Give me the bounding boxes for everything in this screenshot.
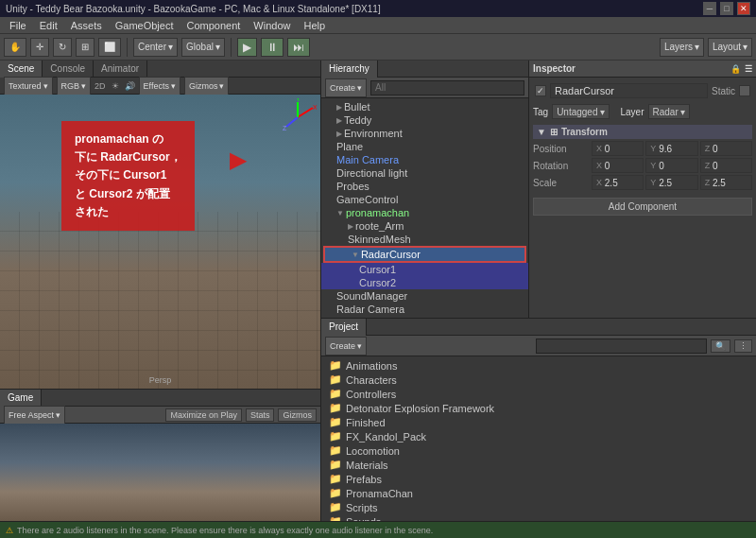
menu-edit[interactable]: Edit: [34, 19, 63, 32]
hierarchy-item-directional-light[interactable]: Directional light: [321, 166, 528, 180]
hierarchy-item-cursor2[interactable]: Cursor2: [321, 276, 528, 289]
tab-animator[interactable]: Animator: [94, 61, 147, 78]
hierarchy-item-radarcursor[interactable]: ▼ RadarCursor: [323, 246, 526, 263]
hierarchy-item-plane[interactable]: Plane: [321, 140, 528, 153]
minimize-button[interactable]: ─: [703, 2, 716, 15]
close-button[interactable]: ✕: [737, 2, 750, 15]
hierarchy-item-pronamachan[interactable]: ▼ pronamachan: [321, 206, 528, 219]
hierarchy-item-main-camera[interactable]: Main Camera: [321, 153, 528, 166]
hierarchy-item-cursor1[interactable]: Cursor1: [321, 263, 528, 276]
position-y-field[interactable]: Y 9.6: [645, 141, 697, 156]
project-options-button[interactable]: ⋮: [734, 339, 752, 353]
tab-game[interactable]: Game: [0, 390, 42, 407]
right-area: Hierarchy Create▾ ▶ Bullet ▶ Teddy: [321, 61, 756, 521]
rect-tool-button[interactable]: ⬜: [98, 38, 121, 57]
hierarchy-create-dropdown[interactable]: Create▾: [325, 78, 367, 97]
scene-background: pronamachan の下に RadarCursor，その下に Cursor1…: [0, 95, 320, 389]
step-button[interactable]: ⏭: [287, 38, 310, 57]
rotation-z-field[interactable]: Z 0: [700, 158, 752, 173]
transform-component-header[interactable]: ▼ ⊞ Transform: [533, 125, 752, 139]
gizmo-axes: X Y Z: [279, 98, 317, 136]
layout-dropdown[interactable]: Layout ▾: [708, 38, 752, 57]
project-search-input[interactable]: [536, 338, 707, 354]
menu-gameobject[interactable]: GameObject: [110, 19, 180, 32]
project-folder-materials[interactable]: 📁 Materials: [321, 458, 756, 472]
inspector-topbar: ✓ RadarCursor Static: [533, 81, 752, 100]
layer-dropdown[interactable]: Radar▾: [648, 104, 690, 119]
hierarchy-item-probes[interactable]: Probes: [321, 180, 528, 193]
rotation-x-field[interactable]: X 0: [592, 158, 644, 173]
scale-tool-button[interactable]: ⊞: [76, 38, 94, 57]
menu-component[interactable]: Component: [180, 19, 246, 32]
scene-view[interactable]: pronamachan の下に RadarCursor，その下に Cursor1…: [0, 95, 320, 389]
project-folder-finished[interactable]: 📁 Finished: [321, 415, 756, 429]
position-z-field[interactable]: Z 0: [700, 141, 752, 156]
project-folder-scripts[interactable]: 📁 Scripts: [321, 500, 756, 514]
project-create-dropdown[interactable]: Create▾: [325, 337, 367, 356]
project-folder-detonator[interactable]: 📁 Detonator Explosion Framework: [321, 401, 756, 415]
object-enabled-checkbox[interactable]: ✓: [535, 85, 546, 96]
project-folder-locomotion[interactable]: 📁 Locomotion: [321, 443, 756, 458]
inspector-menu-icon[interactable]: ☰: [745, 64, 752, 74]
chevron-down-icon: ▾: [743, 42, 747, 52]
maximize-button[interactable]: □: [720, 2, 733, 15]
rgb-dropdown[interactable]: RGB▾: [57, 77, 92, 95]
add-component-button[interactable]: Add Component: [533, 198, 752, 216]
rotate-tool-button[interactable]: ↻: [53, 38, 72, 57]
layers-dropdown[interactable]: Layers ▾: [660, 38, 704, 57]
tab-console[interactable]: Console: [43, 61, 94, 78]
pause-button[interactable]: ⏸: [261, 38, 284, 57]
annotation-arrow-icon: ▶: [230, 147, 247, 173]
hierarchy-item-bullet[interactable]: ▶ Bullet: [321, 100, 528, 113]
hierarchy-item-teddy[interactable]: ▶ Teddy: [321, 113, 528, 127]
hierarchy-item-environment[interactable]: ▶ Environment: [321, 127, 528, 140]
hierarchy-item-soundmanager[interactable]: SoundManager: [321, 289, 528, 303]
move-tool-button[interactable]: ✛: [30, 38, 49, 57]
position-x-field[interactable]: X 0: [592, 141, 644, 156]
inspector-header: Inspector 🔒 ☰: [529, 61, 756, 78]
tab-project[interactable]: Project: [321, 319, 367, 336]
project-folder-controllers[interactable]: 📁 Controllers: [321, 387, 756, 401]
object-name-field[interactable]: RadarCursor: [550, 83, 708, 98]
scale-y-field[interactable]: Y 2.5: [645, 175, 697, 190]
expand-icon: ▶: [336, 103, 342, 112]
menu-file[interactable]: File: [4, 19, 32, 32]
play-button[interactable]: ▶: [237, 38, 257, 57]
gizmos-dropdown[interactable]: Gizmos▾: [184, 77, 230, 95]
hand-tool-button[interactable]: ✋: [4, 38, 26, 57]
chevron-down-icon: ▾: [695, 42, 699, 52]
static-text-label: Static: [712, 86, 735, 96]
hierarchy-item-gamecontrol[interactable]: GameControl: [321, 193, 528, 206]
maximize-on-play-button[interactable]: Maximize on Play: [165, 408, 242, 422]
effects-dropdown[interactable]: Effects▾: [139, 77, 180, 95]
scale-x-field[interactable]: X 2.5: [592, 175, 644, 190]
menu-assets[interactable]: Assets: [65, 19, 108, 32]
hierarchy-item-roote-arm[interactable]: ▶ roote_Arm: [321, 219, 528, 233]
static-checkbox[interactable]: [739, 85, 750, 96]
svg-line-2: [286, 117, 298, 127]
project-folder-animations[interactable]: 📁 Animations: [321, 358, 756, 373]
game-gizmos-button[interactable]: Gizmos: [278, 408, 317, 422]
hierarchy-search-input[interactable]: [370, 80, 524, 95]
tab-scene[interactable]: Scene: [0, 61, 43, 78]
global-local-dropdown[interactable]: Global ▾: [181, 38, 225, 57]
stats-button[interactable]: Stats: [246, 408, 275, 422]
inspector-lock-icon[interactable]: 🔒: [730, 64, 741, 74]
expand-icon: ▼: [352, 251, 359, 259]
rotation-y-field[interactable]: Y 0: [645, 158, 697, 173]
project-folder-characters[interactable]: 📁 Characters: [321, 373, 756, 387]
hierarchy-item-skinnedmesh[interactable]: SkinnedMesh: [321, 233, 528, 246]
hierarchy-item-radar-camera[interactable]: Radar Camera: [321, 303, 528, 316]
project-folder-prefabs[interactable]: 📁 Prefabs: [321, 472, 756, 486]
menu-window[interactable]: Window: [248, 19, 296, 32]
project-folder-pronamachan[interactable]: 📁 PronamaChan: [321, 486, 756, 500]
tab-hierarchy[interactable]: Hierarchy: [321, 61, 378, 78]
textured-dropdown[interactable]: Textured▾: [4, 77, 53, 95]
project-search-button[interactable]: 🔍: [711, 339, 730, 353]
tag-dropdown[interactable]: Untagged▾: [552, 104, 609, 119]
free-aspect-dropdown[interactable]: Free Aspect▾: [4, 406, 65, 425]
menu-help[interactable]: Help: [298, 19, 331, 32]
center-pivot-dropdown[interactable]: Center ▾: [133, 38, 178, 57]
scale-z-field[interactable]: Z 2.5: [700, 175, 752, 190]
project-folder-fx[interactable]: 📁 FX_Kandol_Pack: [321, 429, 756, 443]
